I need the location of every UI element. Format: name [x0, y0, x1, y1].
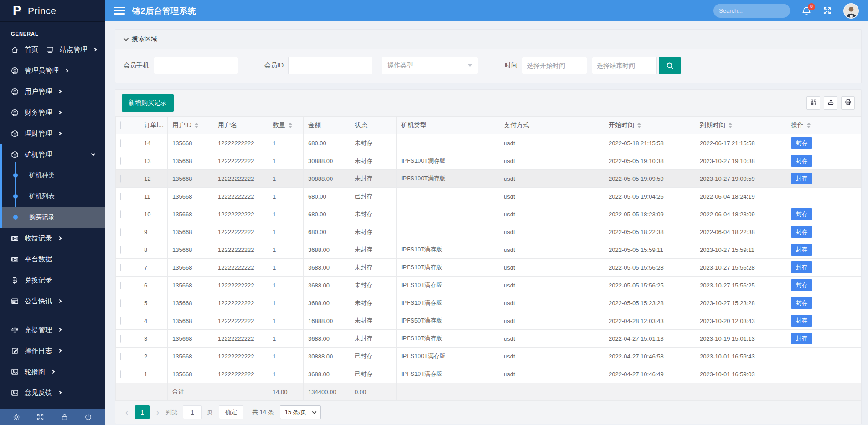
- sidebar-item-carousel[interactable]: 轮播图: [0, 361, 105, 382]
- row-checkbox[interactable]: [120, 317, 121, 325]
- column-header-order[interactable]: 订单i...: [140, 117, 168, 134]
- sidebar-item-income-records[interactable]: 收益记录: [0, 228, 105, 249]
- current-page-button[interactable]: 1: [135, 405, 150, 419]
- page-number-input[interactable]: [183, 405, 202, 419]
- power-button[interactable]: [84, 413, 92, 421]
- sort-icon[interactable]: [728, 123, 732, 128]
- sidebar-item-admin-management[interactable]: 管理员管理: [0, 60, 105, 81]
- sidebar-item-announcements[interactable]: 公告快讯: [0, 291, 105, 312]
- search-panel: 搜索区域 会员手机 会员ID 操作类型 时间: [115, 29, 862, 83]
- sidebar-item-deposit-withdraw[interactable]: 充提管理: [0, 319, 105, 340]
- page-size-select[interactable]: 15 条/页: [280, 405, 321, 419]
- operation-type-placeholder: 操作类型: [388, 61, 413, 70]
- user-avatar[interactable]: [843, 3, 859, 19]
- sidebar-item-home[interactable]: 首页: [0, 39, 46, 60]
- operation-type-select[interactable]: 操作类型: [382, 57, 478, 74]
- search-panel-header[interactable]: 搜索区域: [115, 30, 861, 49]
- cube-icon: [11, 130, 19, 138]
- seal-button[interactable]: 封存: [791, 244, 812, 256]
- end-time-input[interactable]: [592, 57, 657, 74]
- column-header-start[interactable]: 开始时间: [604, 117, 695, 134]
- seal-button[interactable]: 封存: [791, 261, 812, 273]
- total-cell-uid: 合计: [168, 383, 213, 401]
- row-checkbox[interactable]: [120, 299, 121, 307]
- seal-button[interactable]: 封存: [791, 333, 812, 344]
- column-header-amount: 金额: [304, 117, 350, 134]
- cell-start: 2022-05-05 15:23:28: [604, 294, 695, 312]
- lock-button[interactable]: [61, 413, 68, 421]
- sidebar-item-operation-logs[interactable]: 操作日志: [0, 340, 105, 361]
- notifications-button[interactable]: 0: [802, 6, 811, 15]
- sidebar-item-site-management[interactable]: 站点管理: [46, 39, 105, 60]
- seal-button[interactable]: 封存: [791, 208, 812, 220]
- export-button[interactable]: [824, 96, 837, 110]
- print-button[interactable]: [841, 96, 855, 110]
- row-checkbox[interactable]: [120, 228, 121, 236]
- row-select-cell: [116, 152, 140, 170]
- seal-button[interactable]: 封存: [791, 226, 812, 238]
- member-phone-input[interactable]: [154, 57, 238, 74]
- column-header-uid[interactable]: 用户ID: [168, 117, 213, 134]
- row-checkbox[interactable]: [120, 264, 121, 271]
- column-header-qty[interactable]: 数量: [268, 117, 304, 134]
- cell-uid: 135668: [168, 294, 213, 312]
- sidebar-item-miner-management[interactable]: 矿机管理: [2, 144, 105, 165]
- column-header-action[interactable]: 操作: [786, 117, 861, 134]
- sidebar-item-exchange-records[interactable]: 兑换记录: [0, 270, 105, 291]
- sort-icon[interactable]: [195, 123, 198, 128]
- sidebar-item-wealth-management[interactable]: 理财管理: [0, 123, 105, 144]
- fullscreen-button[interactable]: [823, 6, 832, 15]
- row-checkbox[interactable]: [120, 157, 121, 165]
- sidebar-item-user-management[interactable]: 用户管理: [0, 81, 105, 102]
- filter-button[interactable]: [806, 96, 820, 110]
- column-header-expire[interactable]: 到期时间: [695, 117, 786, 134]
- sort-icon[interactable]: [807, 123, 811, 128]
- seal-button[interactable]: 封存: [791, 173, 812, 184]
- sort-icon[interactable]: [637, 123, 641, 128]
- next-page-button[interactable]: ›: [153, 408, 163, 417]
- cell-amount: 680.00: [304, 223, 350, 241]
- search-icon: [666, 62, 674, 70]
- row-checkbox[interactable]: [120, 139, 121, 147]
- add-purchase-record-button[interactable]: 新增购买记录: [122, 94, 174, 112]
- hamburger-menu-icon[interactable]: [114, 7, 125, 15]
- app-logo[interactable]: P Prince: [0, 0, 105, 21]
- sidebar-item-finance-management[interactable]: 财务管理: [0, 102, 105, 123]
- sidebar-item-feedback[interactable]: 意见反馈: [0, 382, 105, 403]
- start-time-input[interactable]: [522, 57, 587, 74]
- page-title: 锦2后台管理系统: [132, 5, 196, 16]
- total-cell-amount: 134400.00: [304, 383, 350, 401]
- row-select-cell: [116, 223, 140, 241]
- row-checkbox[interactable]: [120, 282, 121, 289]
- seal-button[interactable]: 封存: [791, 155, 812, 167]
- sidebar-item-platform-data[interactable]: 平台数据: [0, 249, 105, 270]
- cell-action: 封存: [786, 152, 861, 170]
- row-checkbox[interactable]: [120, 193, 121, 200]
- seal-button[interactable]: 封存: [791, 297, 812, 309]
- seal-button[interactable]: 封存: [791, 279, 812, 291]
- pen-icon: [11, 347, 19, 355]
- seal-button[interactable]: 封存: [791, 315, 812, 327]
- row-checkbox[interactable]: [120, 370, 121, 378]
- page-unit-label: 页: [207, 408, 213, 416]
- global-search-input[interactable]: [719, 7, 799, 14]
- gear-button[interactable]: [13, 413, 21, 421]
- sidebar-item-miner-list[interactable]: 矿机列表: [2, 186, 105, 207]
- sort-icon[interactable]: [289, 123, 292, 128]
- row-checkbox[interactable]: [120, 353, 121, 360]
- prev-page-button[interactable]: ‹: [122, 408, 132, 417]
- sidebar-item-miner-types[interactable]: 矿机种类: [2, 165, 105, 186]
- expand-button[interactable]: [36, 413, 44, 421]
- confirm-page-button[interactable]: 确定: [219, 405, 243, 419]
- row-select-cell: [116, 205, 140, 223]
- row-checkbox[interactable]: [120, 175, 121, 183]
- sidebar-item-purchase-records[interactable]: 购买记录: [2, 207, 105, 228]
- row-checkbox[interactable]: [120, 335, 121, 343]
- row-checkbox[interactable]: [120, 246, 121, 254]
- row-checkbox[interactable]: [120, 210, 121, 218]
- member-id-input[interactable]: [288, 57, 372, 74]
- seal-button[interactable]: 封存: [791, 137, 812, 149]
- select-all-checkbox[interactable]: [120, 121, 121, 129]
- records-card: 新增购买记录 订单i...用户ID用户名数量金额状态矿机类型支付方式开始时间到期…: [115, 89, 862, 424]
- search-submit-button[interactable]: [659, 57, 681, 74]
